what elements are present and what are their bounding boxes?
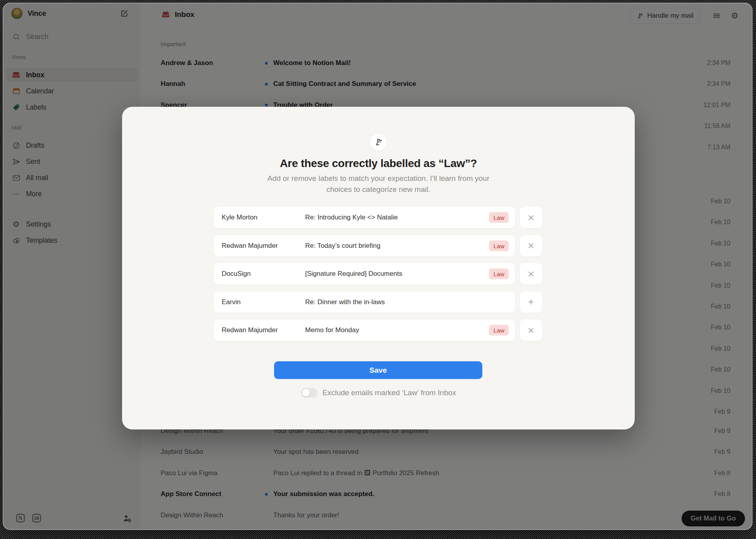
lasso-icon [370,134,387,151]
modal-email-row[interactable]: Redwan MajumderRe: Today’s court briefin… [214,235,515,256]
email-sender: Redwan Majumder [222,242,298,250]
law-label-badge: Law [489,212,509,223]
email-subject: Re: Introducing Kyle <> Natalie [305,214,474,221]
email-sender: Redwan Majumder [222,326,298,334]
email-subject: Re: Dinner with the in-laws [305,298,474,306]
exclude-toggle[interactable] [301,388,317,398]
modal-email-row[interactable]: EarvinRe: Dinner with the in-laws [214,292,515,313]
remove-label-button[interactable] [520,263,542,284]
label-confirmation-dialog: Are these correctly labelled as “Law”? A… [122,107,635,429]
remove-label-button[interactable] [520,320,542,341]
exclude-toggle-label: Exclude emails marked ‘Law’ from Inbox [322,388,456,397]
email-sender: Kyle Morton [222,214,298,221]
exclude-toggle-row: Exclude emails marked ‘Law’ from Inbox [122,387,635,398]
toggle-knob [302,389,310,397]
law-label-badge: Law [489,269,509,279]
add-label-button[interactable] [520,292,542,313]
dialog-subtitle: Add or remove labels to match your expec… [264,173,493,195]
email-subject: Memo for Monday [305,326,474,334]
modal-email-row[interactable]: Redwan MajumderMemo for MondayLaw [214,320,515,341]
save-button[interactable]: Save [274,361,482,379]
remove-label-button[interactable] [520,207,542,228]
plus-icon [528,299,534,305]
email-subject: Re: Today’s court briefing [305,242,474,250]
x-icon [528,214,534,221]
email-subject: [Signature Required] Documents [305,270,474,278]
email-sender: Earvin [222,298,298,306]
law-label-badge: Law [489,240,509,251]
dialog-title: Are these correctly labelled as “Law”? [122,157,635,170]
x-icon [528,242,534,249]
law-label-badge: Law [489,325,509,336]
x-icon [528,327,534,334]
modal-email-row[interactable]: DocuSign[Signature Required] DocumentsLa… [214,263,515,284]
remove-label-button[interactable] [520,235,542,256]
x-icon [528,271,534,277]
email-sender: DocuSign [222,270,298,278]
app-window: Vince Search ViewsInboxCalendarLabelsMai… [3,3,752,530]
modal-email-row[interactable]: Kyle MortonRe: Introducing Kyle <> Natal… [214,207,515,228]
